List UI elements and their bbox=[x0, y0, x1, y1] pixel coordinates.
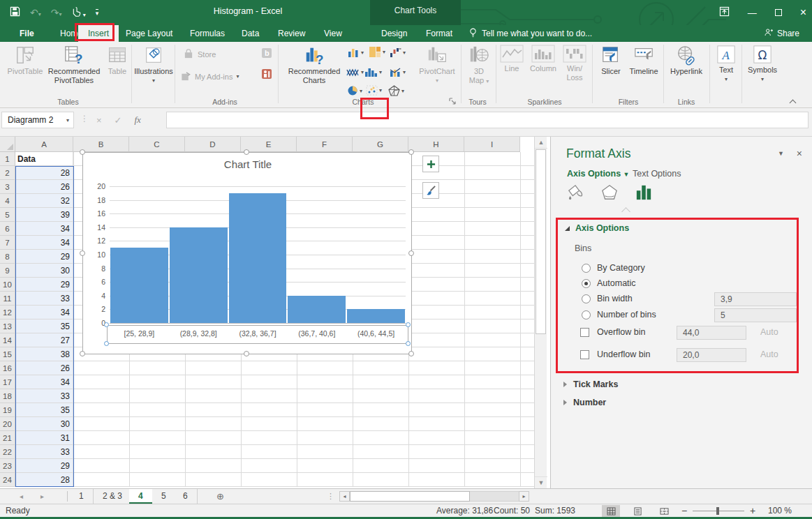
my-addins-button[interactable]: My Add-ins ▾ bbox=[180, 71, 239, 82]
sheet-tab-4[interactable]: 4 bbox=[129, 489, 153, 504]
name-box[interactable]: Diagramm 2 ▾ bbox=[1, 112, 74, 128]
cell[interactable]: 39 bbox=[15, 208, 73, 222]
share-button[interactable]: Share bbox=[764, 25, 799, 42]
cell[interactable]: 28 bbox=[15, 473, 73, 487]
cell[interactable]: 31 bbox=[15, 431, 73, 445]
histogram-bar[interactable] bbox=[170, 227, 228, 323]
scroll-left-icon[interactable]: ◂ bbox=[339, 491, 350, 502]
pane-options-dropdown-icon[interactable]: ▼ bbox=[778, 150, 784, 157]
row-header[interactable]: 2 bbox=[0, 166, 15, 180]
insert-line-chart-button[interactable]: ▾ bbox=[346, 67, 364, 77]
scroll-right-icon[interactable]: ▸ bbox=[519, 491, 529, 502]
pane-tab-axis-options[interactable]: Axis Options ▼ bbox=[567, 169, 630, 179]
row-header[interactable]: 5 bbox=[0, 208, 15, 222]
sheet-tab-5[interactable]: 5 bbox=[152, 489, 176, 504]
overflow-auto-button[interactable]: Auto bbox=[760, 327, 778, 337]
automatic-label[interactable]: Automatic bbox=[597, 278, 636, 288]
insert-combo-chart-button[interactable]: ▾ bbox=[390, 67, 406, 77]
overflow-bin-label[interactable]: Overflow bin bbox=[597, 327, 645, 337]
row-header[interactable]: 1 bbox=[0, 152, 15, 166]
cell[interactable]: 28 bbox=[15, 166, 73, 180]
row-header[interactable]: 3 bbox=[0, 180, 15, 194]
row-header[interactable]: 6 bbox=[0, 222, 15, 236]
cell[interactable]: 34 bbox=[15, 306, 73, 319]
insert-waterfall-stock-chart-button[interactable]: ▾ bbox=[390, 47, 406, 58]
histogram-bar[interactable] bbox=[229, 193, 287, 323]
tab-page-layout[interactable]: Page Layout bbox=[116, 25, 182, 42]
vertical-scroll-thumb[interactable] bbox=[536, 149, 546, 334]
cell[interactable]: 38 bbox=[15, 347, 73, 361]
pane-close-icon[interactable]: × bbox=[797, 148, 802, 159]
insert-statistic-chart-button[interactable]: ▾ bbox=[364, 67, 382, 77]
cell[interactable]: 35 bbox=[15, 403, 73, 417]
row-header[interactable]: 22 bbox=[0, 445, 15, 459]
row-header[interactable]: 14 bbox=[0, 333, 15, 347]
underflow-bin-label[interactable]: Underflow bin bbox=[597, 349, 650, 359]
row-header[interactable]: 24 bbox=[0, 473, 15, 487]
vertical-scrollbar[interactable]: ▲ ▼ bbox=[534, 137, 547, 488]
cell[interactable]: 29 bbox=[15, 278, 73, 292]
chart-title[interactable]: Chart Title bbox=[83, 158, 413, 170]
column-header-e[interactable]: E bbox=[241, 137, 297, 152]
close-button[interactable]: × bbox=[800, 6, 806, 19]
bin-width-label[interactable]: Bin width bbox=[597, 294, 633, 303]
illustrations-button[interactable]: Illustrations ▾ bbox=[135, 45, 172, 84]
checkbox-underflow-bin[interactable] bbox=[580, 350, 589, 359]
new-sheet-icon[interactable]: ⊕ bbox=[216, 489, 224, 504]
cell[interactable]: 35 bbox=[15, 319, 73, 333]
histogram-bar[interactable] bbox=[288, 296, 346, 323]
pivottable-button[interactable]: PivotTable bbox=[7, 45, 43, 76]
radio-number-of-bins[interactable] bbox=[582, 310, 591, 319]
tab-review[interactable]: Review bbox=[268, 25, 315, 42]
number-of-bins-input[interactable]: 5 bbox=[714, 308, 797, 322]
tab-formulas[interactable]: Formulas bbox=[180, 25, 235, 42]
histogram-bar[interactable] bbox=[347, 309, 405, 323]
radio-automatic[interactable] bbox=[582, 279, 591, 288]
cell[interactable]: 26 bbox=[15, 361, 73, 375]
number-section-header[interactable]: Number bbox=[563, 398, 606, 407]
insert-function-icon[interactable]: fx bbox=[135, 114, 141, 126]
chart-elements-button[interactable] bbox=[422, 156, 439, 172]
fill-line-icon[interactable] bbox=[566, 184, 584, 203]
insert-hierarchy-chart-button[interactable]: ▾ bbox=[369, 46, 385, 58]
minimize-button[interactable]: — bbox=[748, 8, 757, 18]
select-all-corner[interactable] bbox=[0, 137, 15, 152]
overflow-bin-input[interactable]: 44,0 bbox=[677, 326, 746, 340]
insert-scatter-chart-button[interactable]: ▾ bbox=[366, 85, 382, 96]
cell[interactable]: 32 bbox=[15, 194, 73, 208]
sheet-tab-2-3[interactable]: 2 & 3 bbox=[94, 489, 132, 504]
column-header-h[interactable]: H bbox=[408, 137, 464, 152]
cell[interactable]: 30 bbox=[15, 264, 73, 278]
column-header-f[interactable]: F bbox=[297, 137, 353, 152]
ribbon-display-options-icon[interactable] bbox=[719, 6, 730, 19]
zoom-out-icon[interactable]: − bbox=[681, 504, 687, 518]
axis-options-icon[interactable] bbox=[635, 184, 653, 203]
sheet-nav-right-icon[interactable]: ▸ bbox=[40, 489, 44, 504]
recommended-charts-button[interactable]: ? Recommended Charts bbox=[285, 45, 344, 85]
people-graph-icon[interactable] bbox=[261, 68, 272, 82]
cell[interactable]: 27 bbox=[15, 333, 73, 347]
scroll-down-icon[interactable]: ▼ bbox=[535, 476, 547, 488]
cell[interactable]: 29 bbox=[15, 250, 73, 264]
name-box-dropdown-icon[interactable]: ▾ bbox=[66, 117, 73, 123]
row-header[interactable]: 15 bbox=[0, 347, 15, 361]
by-category-label[interactable]: By Category bbox=[597, 263, 645, 273]
row-header[interactable]: 20 bbox=[0, 417, 15, 431]
redo-icon[interactable]: ↷▾ bbox=[51, 7, 62, 18]
customize-quick-access-icon[interactable]: ▾ bbox=[96, 9, 99, 16]
pivotchart-button[interactable]: PivotChart ▾ bbox=[415, 45, 459, 84]
row-header[interactable]: 17 bbox=[0, 375, 15, 389]
cell[interactable]: 33 bbox=[15, 292, 73, 306]
tab-insert[interactable]: Insert bbox=[78, 25, 119, 42]
insert-pie-chart-button[interactable]: ▾ bbox=[347, 85, 362, 96]
axis-options-section-header[interactable]: Axis Options bbox=[565, 223, 629, 233]
touch-mode-icon[interactable]: ▾ bbox=[72, 6, 86, 19]
chart-styles-button[interactable] bbox=[422, 182, 439, 199]
cell[interactable]: 29 bbox=[15, 459, 73, 473]
cell[interactable]: 33 bbox=[15, 445, 73, 459]
chart-object[interactable]: Chart Title 20181614121086420[25, 28,9](… bbox=[82, 152, 412, 354]
tick-marks-section-header[interactable]: Tick Marks bbox=[563, 379, 618, 389]
charts-dialog-launcher-icon[interactable] bbox=[449, 98, 456, 106]
bin-width-input[interactable]: 3,9 bbox=[714, 292, 797, 306]
row-header[interactable]: 7 bbox=[0, 236, 15, 250]
